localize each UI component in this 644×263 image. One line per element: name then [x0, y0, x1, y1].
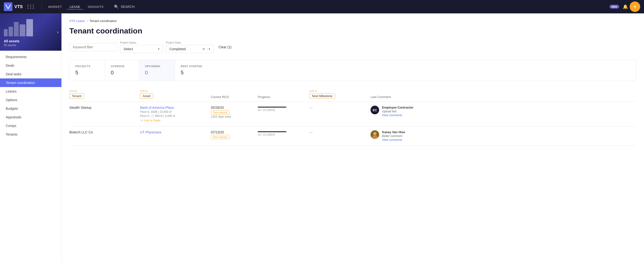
progress-bar-background: [258, 107, 286, 108]
sidebar-item-comps[interactable]: Comps: [0, 122, 62, 130]
asset-card[interactable]: › All assets 50 assets: [0, 14, 62, 51]
th-asset: Link to Asset: [140, 90, 207, 99]
avatar: EC: [370, 106, 379, 114]
sidebar-item-budgets[interactable]: Budgets: [0, 104, 62, 113]
sidebar-item-leases[interactable]: Leases: [0, 87, 62, 96]
th-tenant: Link to Tenant: [69, 90, 136, 99]
comment-author-name: Kasey Van Hise: [382, 130, 405, 134]
page-title: Tenant coordination: [69, 26, 636, 36]
search-label: SEARCH: [121, 5, 134, 8]
breadcrumb-current: Tenant coordination: [90, 19, 117, 23]
view-comments-link[interactable]: View comments: [382, 114, 413, 117]
th-tenant-link-label: Link to: [69, 90, 136, 92]
table-row: Biotech LLC Co UT Physicians 07/13/20 Re…: [69, 126, 636, 146]
keyword-filter-input[interactable]: [69, 43, 117, 51]
main-content: VTS Lease › Tenant coordination Tenant c…: [62, 14, 644, 263]
nav-insights[interactable]: INSIGHTS: [85, 4, 106, 10]
cell-milestone: —: [309, 130, 367, 134]
progress-text: 15 / 15 (100%): [258, 133, 306, 136]
sidebar-item-tenants[interactable]: Tenants: [0, 130, 62, 139]
cell-comment: Kasey Van Hise Better comment View comme…: [370, 130, 636, 142]
chevron-down-icon: ▾: [158, 47, 160, 51]
svg-rect-0: [4, 2, 12, 11]
project-status-label: Project Status: [120, 41, 163, 44]
sidebar-item-tenant-coordination[interactable]: Tenant coordination: [0, 78, 62, 87]
cell-asset-sub2: Floor 6, 📄 600 B | 3,000 sf: [140, 114, 207, 118]
stat-rent-started-value: 5: [181, 70, 202, 76]
clear-state-icon[interactable]: ✕: [202, 47, 205, 51]
th-next-milestone: Link to Next Milestone: [309, 90, 367, 99]
sidebar-item-deals[interactable]: Deals: [0, 61, 62, 70]
stat-overdue-label: OVERDUE: [111, 65, 124, 68]
view-comments-link[interactable]: View comments: [382, 138, 405, 142]
progress-bar-fill: [258, 107, 286, 108]
progress-bar-background: [258, 131, 286, 132]
project-state-select[interactable]: Completed ✕ | ▾: [166, 45, 214, 53]
divider-icon: |: [207, 47, 208, 51]
cell-asset-sub1: Floor 6, 300B | 15,650 sf: [140, 110, 207, 114]
cell-comment: EC Employee Contractor Upload test View …: [370, 106, 636, 117]
top-navigation: VTS MARKET LEASE INSIGHTS 🔍 SEARCH 2661 …: [0, 0, 644, 14]
cell-milestone: —: [309, 106, 367, 110]
progress-bar-container: [258, 107, 306, 108]
stat-overdue: OVERDUE 0: [105, 60, 139, 80]
cell-link-deals[interactable]: ↗ Link to Deals: [140, 118, 207, 122]
cell-asset-name[interactable]: Bank of America Plaza: [140, 106, 207, 110]
th-milestone-link-label: Link to: [309, 90, 367, 92]
grid-menu-icon[interactable]: [24, 4, 38, 9]
th-asset-box: Asset: [140, 93, 153, 99]
cell-asset: UT Physicians: [140, 130, 207, 134]
stat-projects-label: PROJECTS: [75, 65, 90, 68]
asset-card-arrow: ›: [57, 30, 58, 35]
comment-author-name: Employee Contractor: [382, 106, 413, 109]
search-bar[interactable]: 🔍 SEARCH: [110, 3, 138, 10]
stats-bar: PROJECTS 5 OVERDUE 0 UPCOMING 0 RENT STA…: [69, 60, 636, 81]
progress-bar-container: [258, 131, 306, 132]
vts-logo[interactable]: VTS: [4, 2, 23, 11]
cell-asset-name[interactable]: UT Physicians: [140, 130, 207, 134]
project-status-filter-group: Project Status Select ▾: [120, 41, 163, 53]
projects-table: Link to Tenant Link to Asset Current RCD…: [69, 88, 636, 146]
th-milestone-box: Next Milestone: [309, 93, 335, 99]
project-status-value: Select: [124, 47, 133, 51]
sidebar-item-appraisals[interactable]: Appraisals: [0, 113, 62, 122]
asset-card-label: All assets: [4, 39, 58, 43]
stat-upcoming-label: UPCOMING: [145, 65, 160, 68]
filters-bar: Project Status Select ▾ Project State Co…: [69, 41, 636, 53]
project-state-label: Project State: [166, 41, 214, 44]
nav-lease[interactable]: LEASE: [67, 4, 83, 10]
table-header-row: Link to Tenant Link to Asset Current RCD…: [69, 88, 636, 102]
project-status-select[interactable]: Select ▾: [120, 45, 163, 53]
add-button[interactable]: +: [630, 2, 640, 12]
breadcrumb: VTS Lease › Tenant coordination: [69, 19, 636, 23]
breadcrumb-parent[interactable]: VTS Lease: [69, 19, 84, 23]
sidebar-navigation: Requirements Deals Deal tasks Tenant coo…: [0, 51, 62, 140]
comment-text: Upload test: [382, 110, 413, 113]
notifications-icon[interactable]: 🔔: [621, 2, 630, 11]
sidebar-item-options[interactable]: Options: [0, 96, 62, 104]
svg-point-2: [373, 132, 376, 135]
cell-asset: Bank of America Plaza Floor 6, 300B | 15…: [140, 106, 207, 122]
notification-badge[interactable]: 2661: [610, 5, 619, 8]
stat-overdue-value: 0: [111, 70, 124, 76]
stat-upcoming-value: 0: [145, 70, 160, 76]
asset-card-count: 50 assets: [4, 44, 58, 47]
cell-rcd-date: 07/13/20: [211, 130, 254, 134]
cell-progress: 15 / 15 (100%): [258, 130, 306, 136]
search-icon: 🔍: [114, 4, 119, 9]
clear-filters-button[interactable]: Clear (1): [218, 45, 232, 49]
cell-rcd-date: 05/28/20: [211, 106, 254, 110]
progress-bar-fill: [258, 131, 286, 132]
th-last-comment: Last Comment: [370, 95, 636, 99]
comment-content: Employee Contractor Upload test View com…: [382, 106, 413, 117]
th-rcd: Current RCD: [211, 95, 254, 99]
rent-started-badge: Rent started: [211, 135, 230, 139]
sidebar-item-deal-tasks[interactable]: Deal tasks: [0, 70, 62, 78]
sidebar: › All assets 50 assets Requirements Deal…: [0, 14, 62, 263]
th-progress: Progress: [258, 95, 306, 99]
table-row: Stealth Startup Bank of America Plaza Fl…: [69, 102, 636, 126]
stat-projects: PROJECTS 5: [70, 60, 105, 80]
nav-divider: [41, 3, 42, 10]
nav-market[interactable]: MARKET: [46, 4, 65, 10]
sidebar-item-requirements[interactable]: Requirements: [0, 52, 62, 61]
